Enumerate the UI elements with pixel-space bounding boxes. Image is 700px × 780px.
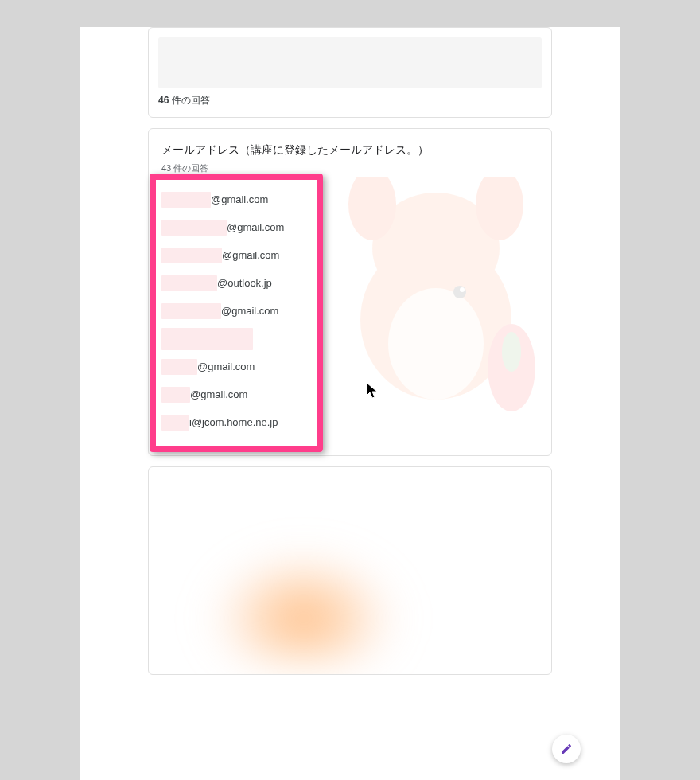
list-item: @gmail.com (161, 380, 539, 408)
redacted-text (161, 248, 222, 263)
list-item: i@jcom.home.ne.jp (161, 408, 539, 436)
redacted-text (161, 220, 227, 236)
email-response-card: メールアドレス（講座に登録したメールアドレス。） 43 件の回答 @gmail.… (148, 128, 552, 456)
redacted-text (161, 275, 217, 291)
email-domain: @gmail.com (197, 361, 255, 372)
response-count-suffix: 件の回答 (169, 95, 209, 106)
list-item: @gmail.com (161, 353, 539, 380)
list-item (161, 325, 539, 353)
email-list: @gmail.com @gmail.com @gmail.com @outloo… (161, 185, 539, 436)
redacted-text (161, 192, 211, 208)
response-count-1: 46 件の回答 (158, 94, 542, 107)
card-title: メールアドレス（講座に登録したメールアドレス。） (161, 143, 539, 158)
blurred-gradient-content (157, 475, 543, 666)
list-item: @gmail.com (161, 185, 539, 213)
redacted-text (161, 415, 189, 431)
email-domain: @gmail.com (227, 221, 284, 233)
list-item: @gmail.com (161, 241, 539, 269)
redacted-text (161, 303, 221, 319)
page-wrapper: 46 件の回答 メールアドレス（講座に登録したメールアドレス。） 43 件の回答… (80, 27, 620, 780)
email-domain: @gmail.com (221, 305, 278, 317)
response-card-1: 46 件の回答 (148, 27, 552, 118)
redacted-text (161, 387, 190, 403)
list-item: @outlook.jp (161, 269, 539, 297)
list-item: @gmail.com (161, 213, 539, 241)
email-domain: @gmail.com (190, 388, 247, 400)
email-domain: i@jcom.home.ne.jp (189, 416, 278, 428)
redacted-text (161, 359, 197, 375)
response-count-2: 43 件の回答 (161, 162, 539, 174)
email-domain: @outlook.jp (217, 277, 272, 289)
response-card-3 (148, 466, 552, 675)
email-domain: @gmail.com (222, 249, 279, 261)
list-item: @gmail.com (161, 297, 539, 325)
redacted-text (161, 328, 253, 350)
pencil-icon (560, 743, 573, 755)
blurred-content-block (158, 37, 542, 88)
email-domain: @gmail.com (211, 193, 268, 205)
response-count-number: 46 (158, 95, 169, 106)
edit-fab-button[interactable] (552, 735, 581, 763)
